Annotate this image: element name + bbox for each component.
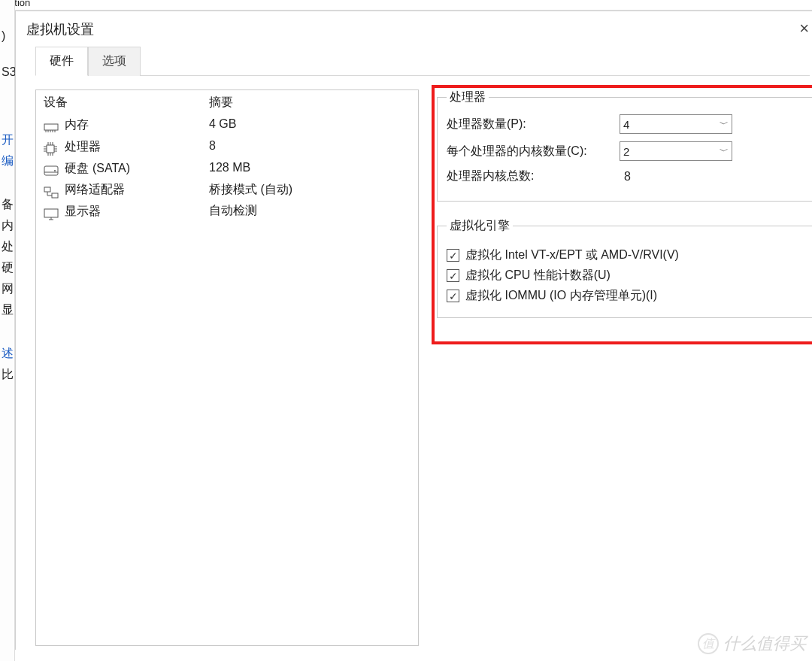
- background-sidebar: ) S3 开 编 备 内 处 硬 网 显 述 比: [0, 0, 15, 661]
- device-summary: 128 MB: [201, 157, 418, 179]
- chevron-down-icon: ﹀: [720, 118, 729, 131]
- device-row-memory[interactable]: 内存 4 GB: [36, 114, 418, 135]
- svg-rect-6: [47, 145, 54, 153]
- tab-hardware[interactable]: 硬件: [35, 47, 88, 76]
- svg-rect-23: [52, 193, 58, 198]
- watermark: 值 什么值得买: [698, 632, 806, 655]
- watermark-icon: 值: [698, 633, 719, 654]
- checkbox-vt[interactable]: [447, 249, 459, 262]
- device-label: 网络适配器: [65, 183, 125, 196]
- device-table-header: 设备 摘要: [36, 90, 418, 114]
- device-summary: 桥接模式 (自动): [201, 178, 418, 200]
- dialog-title: 虚拟机设置 ×: [16, 11, 812, 46]
- device-row-network[interactable]: 网络适配器 桥接模式 (自动): [36, 178, 418, 200]
- svg-rect-19: [44, 166, 58, 175]
- device-row-processor[interactable]: 处理器 8: [36, 135, 418, 157]
- chevron-down-icon: ﹀: [720, 145, 729, 158]
- col-summary: 摘要: [201, 90, 418, 114]
- total-cores-label: 处理器内核总数:: [447, 168, 620, 184]
- device-summary: 4 GB: [201, 114, 418, 135]
- col-device: 设备: [36, 90, 201, 114]
- virtualization-fieldset: 虚拟化引擎 虚拟化 Intel VT-x/EPT 或 AMD-V/RVI(V) …: [437, 218, 812, 318]
- device-list-pane: 设备 摘要 内存 4 GB: [35, 89, 419, 646]
- device-label: 内存: [65, 118, 89, 131]
- num-processors-value: 4: [623, 118, 629, 131]
- network-icon: [44, 183, 59, 196]
- svg-rect-22: [44, 187, 50, 192]
- tab-options[interactable]: 选项: [88, 47, 141, 76]
- dialog-title-text: 虚拟机设置: [26, 22, 94, 37]
- device-summary: 自动检测: [201, 200, 418, 222]
- close-icon[interactable]: ×: [789, 19, 809, 38]
- cores-per-combo[interactable]: 2 ﹀: [620, 141, 732, 161]
- cores-per-value: 2: [623, 145, 629, 158]
- vm-settings-dialog: 虚拟机设置 × 硬件 选项 设备 摘要 内存 4 GB: [15, 11, 812, 650]
- watermark-text: 什么值得买: [723, 632, 806, 655]
- num-processors-combo[interactable]: 4 ﹀: [620, 114, 732, 134]
- device-row-display[interactable]: 显示器 自动检测: [36, 200, 418, 222]
- virtualization-legend: 虚拟化引擎: [447, 218, 513, 234]
- memory-icon: [44, 119, 59, 131]
- device-table: 设备 摘要 内存 4 GB: [36, 90, 418, 222]
- tab-strip: 硬件 选项: [35, 46, 810, 76]
- total-cores-value: 8: [620, 170, 631, 183]
- checkbox-perf-label: 虚拟化 CPU 性能计数器(U): [465, 268, 611, 284]
- svg-rect-0: [44, 124, 58, 130]
- checkbox-iommu[interactable]: [447, 290, 459, 302]
- processor-fieldset: 处理器 处理器数量(P): 4 ﹀ 每个处理器的内核数量(C): 2 ﹀: [437, 89, 812, 202]
- device-row-disk[interactable]: 硬盘 (SATA) 128 MB: [36, 157, 418, 179]
- processor-legend: 处理器: [447, 89, 489, 105]
- device-label: 处理器: [65, 140, 101, 153]
- cpu-icon: [44, 141, 59, 153]
- device-label: 硬盘 (SATA): [65, 161, 130, 174]
- checkbox-perf[interactable]: [447, 269, 459, 282]
- disk-icon: [44, 162, 59, 174]
- processor-properties-pane: 处理器 处理器数量(P): 4 ﹀ 每个处理器的内核数量(C): 2 ﹀: [437, 89, 812, 345]
- device-summary: 8: [201, 135, 418, 157]
- cores-per-label: 每个处理器的内核数量(C):: [447, 144, 620, 159]
- num-processors-label: 处理器数量(P):: [447, 117, 620, 132]
- svg-point-20: [54, 170, 56, 171]
- device-label: 显示器: [65, 205, 101, 217]
- svg-rect-26: [44, 209, 58, 217]
- checkbox-iommu-label: 虚拟化 IOMMU (IO 内存管理单元)(I): [465, 288, 657, 304]
- checkbox-vt-label: 虚拟化 Intel VT-x/EPT 或 AMD-V/RVI(V): [465, 247, 679, 263]
- display-icon: [44, 205, 59, 217]
- dialog-content: 设备 摘要 内存 4 GB: [35, 89, 810, 646]
- app-topbar: station: [0, 0, 812, 11]
